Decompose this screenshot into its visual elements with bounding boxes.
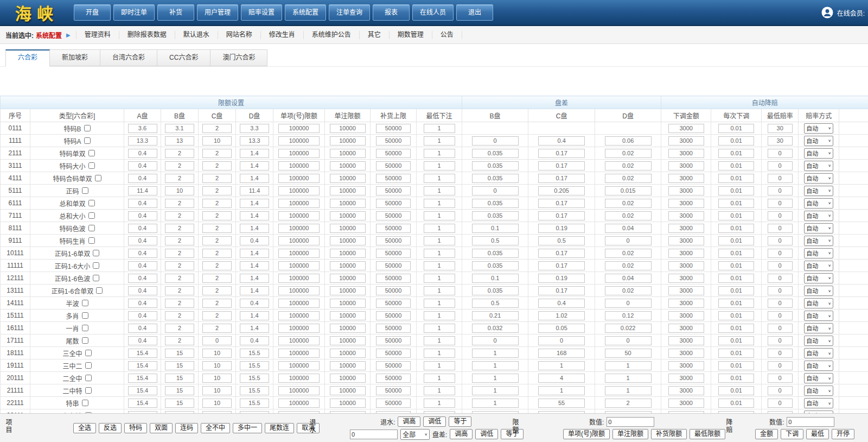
input-item-limit[interactable] [278,286,320,295]
odds-mode-select[interactable]: 自动∨ [804,211,833,221]
input-diff-b[interactable] [472,349,519,358]
input-odds-d[interactable] [240,211,269,220]
input-odds-b[interactable] [165,161,194,171]
input-diff-c[interactable] [538,386,585,395]
input-min-odds[interactable] [768,299,793,308]
input-down-step[interactable] [718,274,754,283]
input-diff-d[interactable] [605,236,652,245]
input-down-amount[interactable] [668,399,704,408]
input-restock-limit[interactable] [376,324,411,333]
input-odds-c[interactable] [202,161,232,171]
reduce-value-input[interactable] [787,417,834,427]
input-diff-b[interactable] [472,386,519,395]
input-min-odds[interactable] [768,336,793,345]
input-odds-a[interactable] [128,274,157,283]
item-filter-button-4[interactable]: 连码 [175,423,198,433]
input-min-odds[interactable] [768,124,793,133]
row-select-checkbox[interactable] [96,287,103,294]
input-diff-b[interactable] [472,199,519,208]
topnav-item-5[interactable]: 系统配置 [285,4,326,21]
input-odds-b[interactable] [165,211,194,220]
rebate-amount-input[interactable] [350,430,398,439]
input-min-bet[interactable] [424,124,455,133]
input-restock-limit[interactable] [376,361,411,370]
input-odds-d[interactable] [240,299,269,308]
input-bet-limit[interactable] [330,186,366,195]
input-down-amount[interactable] [668,174,704,183]
input-diff-b[interactable] [472,286,519,295]
input-item-limit[interactable] [278,349,320,358]
input-odds-c[interactable] [202,174,232,183]
input-diff-b[interactable] [472,311,519,320]
input-down-amount[interactable] [668,311,704,320]
input-odds-d[interactable] [240,186,269,195]
input-item-limit[interactable] [278,224,320,233]
reduce-apply-button-2[interactable]: 最低 [806,429,829,439]
input-odds-d[interactable] [240,324,269,333]
input-down-amount[interactable] [668,161,704,171]
input-min-bet[interactable] [424,311,455,320]
input-odds-a[interactable] [128,336,157,345]
input-odds-b[interactable] [165,249,194,258]
input-bet-limit[interactable] [330,386,366,395]
input-item-limit[interactable] [278,174,320,183]
input-odds-b[interactable] [165,336,194,345]
input-odds-a[interactable] [128,361,157,370]
odds-mode-select[interactable]: 自动∨ [804,261,833,271]
input-odds-d[interactable] [240,274,269,283]
input-odds-b[interactable] [165,124,194,133]
input-odds-b[interactable] [165,199,194,208]
input-min-odds[interactable] [768,199,793,208]
odds-mode-select[interactable]: 自动∨ [804,286,833,296]
input-min-bet[interactable] [424,211,455,220]
input-item-limit[interactable] [278,399,320,408]
input-diff-c[interactable] [538,161,585,171]
input-odds-a[interactable] [128,211,157,220]
input-item-limit[interactable] [278,374,320,383]
input-diff-d[interactable] [605,211,652,220]
odds-mode-select[interactable]: 自动∨ [804,323,833,333]
odds-mode-select[interactable]: 自动∨ [804,236,833,246]
input-min-bet[interactable] [424,224,455,233]
input-odds-c[interactable] [202,136,232,146]
input-bet-limit[interactable] [330,161,366,171]
row-select-checkbox[interactable] [84,137,91,144]
item-filter-button-1[interactable]: 反选 [99,423,122,433]
input-diff-c[interactable] [538,236,585,245]
input-diff-b[interactable] [472,274,519,283]
input-odds-c[interactable] [202,399,232,408]
input-min-bet[interactable] [424,161,455,171]
input-diff-d[interactable] [605,324,652,333]
input-bet-limit[interactable] [330,286,366,295]
topnav-item-6[interactable]: 注单查询 [329,4,370,21]
input-odds-a[interactable] [128,286,157,295]
tab-2[interactable]: 台湾六合彩 [100,49,157,66]
row-select-checkbox[interactable] [85,362,92,369]
input-odds-b[interactable] [165,149,194,158]
input-odds-c[interactable] [202,349,232,358]
input-item-limit[interactable] [278,211,320,220]
submenu-item-1[interactable]: 删除报表数据 [119,31,175,39]
input-restock-limit[interactable] [376,349,411,358]
input-item-limit[interactable] [278,261,320,270]
input-item-limit[interactable] [278,386,320,395]
input-restock-limit[interactable] [376,374,411,383]
input-odds-d[interactable] [240,236,269,245]
input-odds-b[interactable] [165,274,194,283]
input-down-step[interactable] [718,174,754,183]
input-odds-d[interactable] [240,149,269,158]
input-down-step[interactable] [718,374,754,383]
input-down-step[interactable] [718,399,754,408]
input-min-bet[interactable] [424,136,455,146]
input-odds-d[interactable] [240,249,269,258]
input-diff-d[interactable] [605,199,652,208]
input-diff-d[interactable] [605,374,652,383]
input-diff-c[interactable] [538,274,585,283]
input-diff-d[interactable] [605,261,652,270]
input-down-step[interactable] [718,211,754,220]
input-down-amount[interactable] [668,186,704,195]
input-diff-b[interactable] [472,136,519,146]
input-item-limit[interactable] [278,324,320,333]
topnav-item-2[interactable]: 补货 [157,4,194,21]
input-odds-a[interactable] [128,324,157,333]
